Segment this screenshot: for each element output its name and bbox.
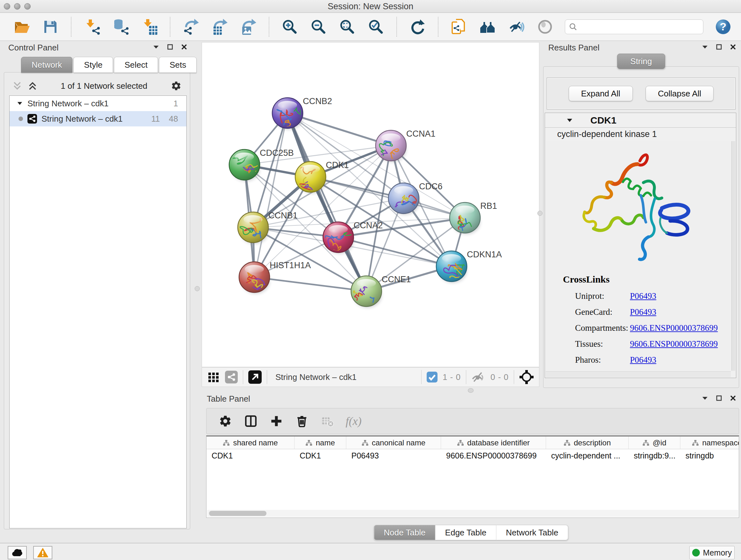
gene-expander-icon[interactable]	[566, 117, 573, 124]
zoom-selected-button[interactable]	[367, 18, 385, 36]
network-edge[interactable]	[287, 113, 391, 145]
hidden-eye-icon[interactable]	[471, 371, 485, 383]
collection-expander-icon[interactable]	[17, 100, 23, 107]
tab-edge-table[interactable]: Edge Table	[435, 525, 496, 540]
delete-table-icon[interactable]	[320, 414, 335, 428]
column-header-name[interactable]: name	[294, 436, 346, 449]
crosshair-icon[interactable]	[519, 370, 534, 384]
crosslink-link[interactable]: P06493	[630, 307, 657, 317]
tab-network-table[interactable]: Network Table	[496, 525, 568, 540]
tab-network[interactable]: Network	[21, 57, 72, 73]
table-cell[interactable]: cyclin-dependent ...	[546, 449, 629, 462]
cloud-status-button[interactable]	[8, 546, 27, 559]
open-file-button[interactable]	[13, 18, 30, 36]
search-field[interactable]	[565, 19, 703, 34]
function-builder-icon[interactable]: f(x)	[346, 415, 361, 428]
float-panel-icon[interactable]	[166, 44, 174, 51]
expand-all-icon[interactable]	[28, 81, 37, 91]
network-node[interactable]: CCNB2	[272, 97, 332, 131]
collapse-all-icon[interactable]	[12, 81, 22, 91]
show-home-button[interactable]	[479, 18, 496, 36]
tab-node-table[interactable]: Node Table	[374, 525, 435, 540]
network-view-canvas[interactable]: CCNB2CCNA1CDC25BCDK1CDC6RB1CCNB1CCNA2CDK…	[202, 42, 539, 367]
column-header-canonical-name[interactable]: canonical name	[346, 436, 441, 449]
inactive-eye-button[interactable]	[536, 18, 554, 36]
collapse-all-button[interactable]: Collapse All	[646, 86, 714, 101]
expand-all-button[interactable]: Expand All	[569, 86, 633, 101]
results-horizontal-scrollbar[interactable]	[546, 371, 731, 377]
table-settings-gear-icon[interactable]	[218, 414, 232, 428]
network-edge[interactable]	[254, 113, 287, 277]
save-session-button[interactable]	[42, 18, 59, 36]
zoom-in-button[interactable]	[281, 18, 299, 36]
close-panel-icon[interactable]	[730, 395, 737, 401]
table-row[interactable]: CDK1CDK1P064939606.ENSP00000378699cyclin…	[206, 449, 739, 462]
panel-menu-icon[interactable]	[701, 395, 709, 401]
table-cell[interactable]: stringdb:9...	[629, 449, 680, 462]
left-splitter-handle[interactable]	[195, 286, 200, 291]
export-network-button[interactable]	[182, 18, 200, 36]
crosslink-link[interactable]: 9606.ENSP00000378699	[630, 323, 718, 333]
panel-menu-icon[interactable]	[701, 44, 709, 51]
network-node[interactable]: HIST1H1A	[239, 260, 311, 294]
add-column-icon[interactable]	[269, 414, 284, 428]
table-cell[interactable]: P06493	[346, 449, 441, 462]
import-network-file-button[interactable]	[83, 18, 101, 36]
tab-select[interactable]: Select	[114, 57, 158, 73]
network-row[interactable]: String Network – cdk1 11 48	[10, 111, 186, 126]
node-table[interactable]: shared namenamecanonical namedatabase id…	[206, 435, 739, 518]
network-node[interactable]: CDKN1A	[436, 250, 502, 283]
horizontal-splitter-handle[interactable]	[468, 388, 474, 393]
network-node[interactable]: CCNE1	[347, 274, 411, 311]
column-header-namespace[interactable]: namespace	[680, 436, 739, 449]
birdseye-view-icon[interactable]	[248, 370, 262, 384]
table-cell[interactable]: stringdb	[680, 449, 739, 462]
export-image-button[interactable]	[239, 18, 257, 36]
delete-column-trash-icon[interactable]	[294, 414, 309, 428]
network-node[interactable]: RB1	[450, 201, 497, 234]
search-input[interactable]	[580, 22, 699, 32]
crosslink-link[interactable]: P06493	[630, 355, 657, 365]
crosslink-link[interactable]: 9606.ENSP00000378699	[630, 339, 718, 349]
panel-menu-icon[interactable]	[152, 44, 159, 51]
zoom-fit-button[interactable]	[338, 18, 356, 36]
hide-panel-eye-button[interactable]	[508, 18, 525, 36]
close-panel-icon[interactable]	[730, 44, 737, 51]
float-panel-icon[interactable]	[716, 44, 723, 51]
share-view-icon[interactable]	[225, 371, 238, 383]
gene-card-header[interactable]: CDK1	[545, 113, 736, 128]
network-collection-row[interactable]: String Network – cdk1 1	[10, 96, 186, 111]
close-panel-icon[interactable]	[181, 44, 188, 51]
warning-status-button[interactable]	[33, 546, 52, 559]
zoom-out-button[interactable]	[310, 18, 327, 36]
crosslink-link[interactable]: P06493	[630, 291, 657, 301]
network-edge[interactable]	[254, 277, 366, 291]
help-button[interactable]: ?	[714, 18, 732, 36]
results-vertical-scrollbar[interactable]	[731, 141, 735, 371]
float-panel-icon[interactable]	[716, 395, 723, 401]
grid-view-icon[interactable]	[207, 371, 220, 383]
selected-checkbox-icon[interactable]	[427, 372, 437, 382]
network-node[interactable]: CDC25B	[229, 148, 294, 181]
network-options-gear-icon[interactable]	[171, 80, 182, 91]
column-header-id[interactable]: @id	[629, 436, 680, 449]
duplicate-network-button[interactable]	[450, 18, 468, 36]
table-horizontal-scrollbar[interactable]	[207, 510, 738, 517]
column-header-description[interactable]: description	[546, 436, 629, 449]
tab-style[interactable]: Style	[73, 57, 113, 73]
table-cell[interactable]: CDK1	[294, 449, 346, 462]
import-table-file-button[interactable]	[140, 18, 158, 36]
export-table-button[interactable]	[211, 18, 228, 36]
import-network-database-button[interactable]	[112, 18, 130, 36]
network-node[interactable]: CCNA1	[375, 129, 435, 162]
column-header-shared-name[interactable]: shared name	[206, 436, 294, 449]
tab-string[interactable]: String	[617, 54, 665, 69]
table-cell[interactable]: CDK1	[206, 449, 294, 462]
table-cell[interactable]: 9606.ENSP00000378699	[441, 449, 546, 462]
tab-sets[interactable]: Sets	[159, 57, 197, 73]
scrollbar-thumb[interactable]	[209, 511, 266, 516]
refresh-view-button[interactable]	[408, 18, 426, 36]
split-columns-icon[interactable]	[244, 414, 258, 428]
column-header-database-identifier[interactable]: database identifier	[441, 436, 546, 449]
memory-button[interactable]: Memory	[689, 546, 735, 559]
